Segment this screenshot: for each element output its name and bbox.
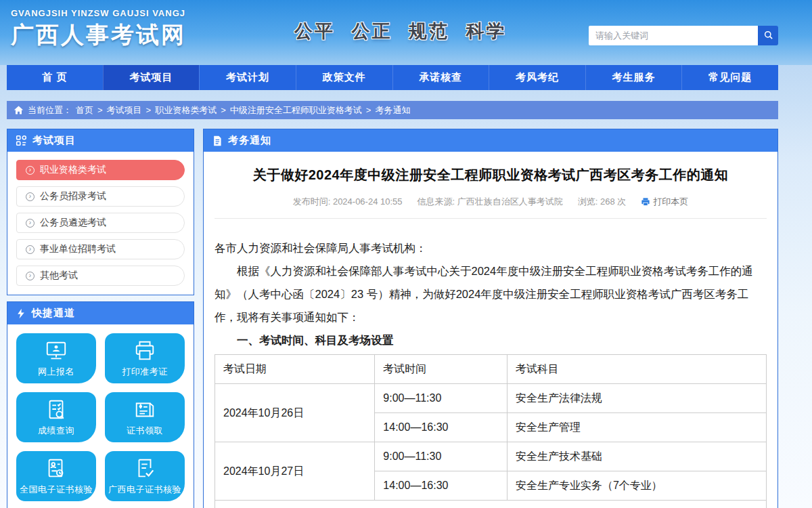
- table-row: 2024年10月26日 9:00—11:30 安全生产法律法规: [215, 384, 767, 413]
- breadcrumb-separator: >: [146, 105, 152, 115]
- breadcrumb-safety-engineer-exam[interactable]: 中级注册安全工程师职业资格考试: [230, 104, 362, 117]
- site-slogan: 公平 公正 规范 科学: [294, 19, 507, 43]
- arrow-circle-icon: ›: [26, 166, 35, 175]
- nav-item-exam-discipline[interactable]: 考风考纪: [489, 65, 585, 90]
- breadcrumb: 当前位置： 首页 > 考试项目 > 职业资格类考试 > 中级注册安全工程师职业资…: [7, 101, 778, 119]
- sidebar-item-label: 公务员遴选考试: [40, 217, 106, 229]
- table-row: 2024年10月27日 9:00—11:30 安全生产技术基础: [215, 442, 767, 471]
- arrow-circle-icon: ›: [26, 245, 35, 254]
- nav-item-exam-projects[interactable]: 考试项目: [103, 65, 200, 90]
- nav-item-faq[interactable]: 常见问题: [681, 65, 778, 90]
- doc-check-icon: [133, 457, 156, 480]
- notice-section-header: 考务通知: [204, 129, 777, 152]
- table-header-row: 考试日期 考试时间 考试科目: [215, 355, 767, 384]
- sidebar-item-label: 事业单位招聘考试: [40, 243, 116, 255]
- quick-tile-certificate-collection[interactable]: 证书领取: [105, 392, 185, 442]
- notice-section-title: 考务通知: [228, 134, 271, 147]
- view-count: 浏览: 268 次: [578, 196, 627, 208]
- lightning-icon: [16, 308, 26, 319]
- monitor-icon: [45, 339, 68, 362]
- quick-tile-label: 成绩查询: [38, 425, 74, 437]
- page: GVANGJSIH YINZSW GAUJSI VANGJ 广西人事考试网 公平…: [0, 0, 812, 508]
- article-title: 关于做好2024年度中级注册安全工程师职业资格考试广西考区考务工作的通知: [215, 166, 767, 184]
- exam-projects-list: › 职业资格类考试 › 公务员招录考试 › 公务员遴选考试 › 事业单位招聘考试: [7, 152, 194, 295]
- exam-subject-cell: 安全生产专业实务（7个专业）: [507, 471, 766, 501]
- paragraph-salutation: 各市人力资源和社会保障局人事考试机构：: [215, 236, 767, 259]
- quick-tile-print-admission-ticket[interactable]: 打印准考证: [105, 333, 185, 383]
- printer-icon: [641, 197, 650, 207]
- col-header-exam-date: 考试日期: [215, 355, 375, 384]
- printer-icon: [133, 339, 156, 362]
- certificate-icon: [133, 398, 156, 421]
- exam-subject-cell: 安全生产管理: [507, 413, 766, 442]
- breadcrumb-separator: >: [221, 105, 226, 115]
- main-nav: 首 页 考试项目 考试计划 政策文件 承诺核查 考风考纪 考生服务 常见问题: [7, 65, 778, 90]
- quick-tile-national-ecert-verification[interactable]: 全国电子证书核验: [16, 451, 96, 501]
- sidebar-item-label: 公务员招录考试: [40, 190, 106, 203]
- quick-channel-panel-title: 快捷通道: [32, 307, 75, 320]
- exam-subject-cell: 安全生产技术基础: [507, 442, 766, 471]
- divider: [215, 218, 767, 219]
- document-icon: [212, 135, 223, 146]
- quick-tile-label: 证书领取: [127, 425, 163, 437]
- info-source: 信息来源: 广西壮族自治区人事考试院: [418, 196, 563, 208]
- score-search-icon: [45, 398, 68, 421]
- paragraph-basis: 根据《人力资源和社会保障部人事考试中心关于2024年度中级注册安全工程师职业资格…: [215, 259, 767, 329]
- quick-tile-label: 打印准考证: [122, 366, 168, 378]
- quick-channel-panel: 快捷通道 网上报名 打印准考证: [7, 301, 194, 508]
- nav-item-policy-docs[interactable]: 政策文件: [296, 65, 392, 90]
- arrow-circle-icon: ›: [26, 272, 35, 280]
- exam-date-cell: 2024年10月27日: [215, 442, 375, 501]
- table-footer-row: 本次考试考场设置在南宁市，具体地点以准考证上的信息为准。: [215, 501, 767, 508]
- main-content-panel: 考务通知 关于做好2024年度中级注册安全工程师职业资格考试广西考区考务工作的通…: [203, 129, 778, 508]
- article-content: 各市人力资源和社会保障局人事考试机构： 根据《人力资源和社会保障部人事考试中心关…: [215, 236, 767, 508]
- grid-icon: [16, 135, 27, 146]
- nav-item-exam-plans[interactable]: 考试计划: [199, 65, 296, 90]
- nav-item-home[interactable]: 首 页: [7, 65, 103, 90]
- sidebar-item-professional-exams[interactable]: › 职业资格类考试: [16, 160, 185, 180]
- quick-channel-panel-header: 快捷通道: [7, 302, 194, 324]
- sidebar: 考试项目 › 职业资格类考试 › 公务员招录考试 › 公务员遴选考试: [7, 129, 194, 508]
- quick-channel-grid: 网上报名 打印准考证 成绩查询: [7, 324, 194, 508]
- home-icon: [14, 105, 24, 115]
- sidebar-item-civil-servant-recruit[interactable]: › 公务员招录考试: [16, 186, 185, 207]
- breadcrumb-home[interactable]: 首页: [76, 104, 93, 117]
- breadcrumb-separator: >: [366, 105, 371, 115]
- breadcrumb-exam-projects[interactable]: 考试项目: [107, 104, 142, 117]
- logo-title: 广西人事考试网: [11, 20, 186, 51]
- exam-projects-panel-header: 考试项目: [7, 129, 194, 152]
- site-logo[interactable]: GVANGJSIH YINZSW GAUJSI VANGJ 广西人事考试网: [11, 8, 186, 51]
- print-page-button[interactable]: 打印本页: [641, 196, 688, 208]
- quick-tile-score-inquiry[interactable]: 成绩查询: [16, 392, 96, 442]
- quick-tile-online-registration[interactable]: 网上报名: [16, 333, 96, 383]
- exam-projects-panel: 考试项目 › 职业资格类考试 › 公务员招录考试 › 公务员遴选考试: [7, 129, 194, 295]
- breadcrumb-separator: >: [97, 105, 103, 115]
- search-icon: [763, 30, 773, 42]
- section-heading-1: 一、考试时间、科目及考场设置: [215, 329, 767, 352]
- nav-item-candidate-services[interactable]: 考生服务: [585, 65, 682, 90]
- arrow-circle-icon: ›: [26, 192, 35, 201]
- sidebar-item-public-institution-recruit[interactable]: › 事业单位招聘考试: [16, 239, 185, 259]
- exam-time-cell: 9:00—11:30: [375, 384, 508, 413]
- breadcrumb-label: 当前位置：: [28, 104, 72, 117]
- exam-projects-panel-title: 考试项目: [32, 134, 76, 147]
- breadcrumb-professional-exams[interactable]: 职业资格类考试: [155, 104, 217, 117]
- quick-tile-label: 网上报名: [38, 366, 74, 378]
- exam-date-cell: 2024年10月26日: [215, 384, 375, 442]
- sidebar-item-other-exams[interactable]: › 其他考试: [16, 266, 185, 286]
- search-box: [589, 26, 778, 45]
- col-header-exam-subject: 考试科目: [507, 355, 766, 384]
- breadcrumb-exam-notice[interactable]: 考务通知: [375, 104, 410, 117]
- quick-tile-guangxi-ecert-verification[interactable]: 广西电子证书核验: [105, 451, 185, 501]
- publish-time: 发布时间: 2024-06-24 10:55: [293, 196, 403, 208]
- sidebar-item-civil-servant-selection[interactable]: › 公务员遴选考试: [16, 213, 185, 233]
- print-page-label: 打印本页: [653, 196, 688, 208]
- article: 关于做好2024年度中级注册安全工程师职业资格考试广西考区考务工作的通知 发布时…: [204, 166, 777, 508]
- col-header-exam-time: 考试时间: [375, 355, 508, 384]
- exam-time-cell: 9:00—11:30: [375, 442, 508, 471]
- search-input[interactable]: [589, 26, 758, 45]
- nav-item-commitment-check[interactable]: 承诺核查: [392, 65, 489, 90]
- exam-schedule-table: 考试日期 考试时间 考试科目 2024年10月26日 9:00—11:30 安全…: [215, 354, 767, 508]
- search-button[interactable]: [758, 26, 778, 45]
- article-meta: 发布时间: 2024-06-24 10:55 信息来源: 广西壮族自治区人事考试…: [215, 196, 767, 208]
